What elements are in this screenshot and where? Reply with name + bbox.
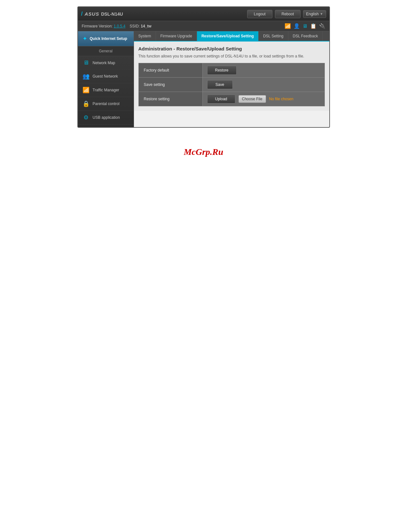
settings-table: Factory default Restore Save setting Sav… <box>138 63 325 106</box>
tab-firmware-upgrade[interactable]: Firmware Upgrade <box>156 31 197 41</box>
logo-slash: / <box>81 11 83 17</box>
usb-application-icon: ⚙ <box>82 114 90 121</box>
factory-default-row: Factory default Restore <box>139 63 325 78</box>
guest-network-icon: 👥 <box>82 73 90 80</box>
save-setting-action: Save <box>203 78 325 92</box>
restore-setting-row: Restore setting Upload Choose File No fi… <box>139 92 325 106</box>
logo-brand: ASUS <box>85 11 99 17</box>
chevron-down-icon: ▼ <box>320 12 323 16</box>
reboot-button[interactable]: Reboot <box>275 10 301 18</box>
sidebar-item-label-network-map: Network Map <box>93 61 115 65</box>
logout-button[interactable]: Logout <box>247 10 272 18</box>
top-bar: / ASUS DSL-N14U Logout Reboot English ▼ <box>78 7 329 21</box>
sidebar-section-general: General <box>78 46 134 56</box>
sidebar-item-guest-network[interactable]: 👥 Guest Network <box>78 70 134 83</box>
no-file-chosen-text: No file chosen <box>269 97 294 101</box>
page-description: This function allows you to save current… <box>138 54 325 58</box>
sidebar-item-label-guest-network: Guest Network <box>93 74 118 79</box>
firmware-version-link[interactable]: 1.0.5.4 <box>114 24 126 28</box>
factory-default-label: Factory default <box>139 63 203 77</box>
logo-area: / ASUS DSL-N14U <box>81 11 247 17</box>
sidebar-item-network-map[interactable]: 🖥 Network Map <box>78 56 134 70</box>
language-label: English <box>306 12 318 16</box>
wifi-icon: 📶 <box>285 23 291 29</box>
ssid-label: SSID: <box>130 24 140 28</box>
sidebar: ✦ Quick Internet Setup General 🖥 Network… <box>78 31 134 127</box>
copy-icon: 📋 <box>310 23 317 29</box>
restore-button[interactable]: Restore <box>207 66 237 75</box>
sidebar-item-label-usb-application: USB application <box>93 115 120 120</box>
restore-setting-action: Upload Choose File No file chosen <box>203 92 325 106</box>
restore-setting-label: Restore setting <box>139 92 203 106</box>
tabs: System Firmware Upgrade Restore/Save/Upl… <box>134 31 329 42</box>
page-title: Administration - Restore/Save/Upload Set… <box>138 46 325 51</box>
sidebar-item-traffic-manager[interactable]: 📶 Traffic Manager <box>78 83 134 97</box>
network-map-icon: 🖥 <box>82 59 90 66</box>
router-ui: / ASUS DSL-N14U Logout Reboot English ▼ … <box>77 6 330 128</box>
sidebar-item-label-traffic-manager: Traffic Manager <box>93 88 119 92</box>
quick-setup-icon: ✦ <box>82 35 87 42</box>
firmware-version-label: Firmware Version: <box>82 24 113 28</box>
choose-file-button[interactable]: Choose File <box>239 95 266 103</box>
save-setting-row: Save setting Save <box>139 78 325 92</box>
status-icons: 📶 👤 🖥 📋 🔌 <box>285 23 325 29</box>
ssid-value: 14_tw <box>141 24 151 28</box>
sidebar-item-label-parental-control: Parental control <box>93 102 120 106</box>
language-selector[interactable]: English ▼ <box>303 10 326 18</box>
parental-control-icon: 🔒 <box>82 100 90 107</box>
monitor-icon: 🖥 <box>302 23 308 29</box>
quick-internet-setup[interactable]: ✦ Quick Internet Setup <box>78 31 134 46</box>
tab-dsl-feedback[interactable]: DSL Feedback <box>288 31 323 41</box>
content-area: System Firmware Upgrade Restore/Save/Upl… <box>134 31 329 127</box>
usb-icon: 🔌 <box>319 23 325 29</box>
factory-default-action: Restore <box>203 63 325 77</box>
sidebar-item-parental-control[interactable]: 🔒 Parental control <box>78 97 134 111</box>
status-bar: Firmware Version: 1.0.5.4 SSID: 14_tw 📶 … <box>78 21 329 31</box>
watermark: McGrp.Ru <box>184 128 223 170</box>
save-setting-label: Save setting <box>139 78 203 92</box>
traffic-manager-icon: 📶 <box>82 87 90 94</box>
tab-dsl-setting[interactable]: DSL Setting <box>259 31 288 41</box>
model-name: DSL-N14U <box>101 11 123 17</box>
main-layout: ✦ Quick Internet Setup General 🖥 Network… <box>78 31 329 127</box>
user-icon: 👤 <box>294 23 300 29</box>
firmware-info: Firmware Version: 1.0.5.4 SSID: 14_tw <box>82 24 152 28</box>
page-content: Administration - Restore/Save/Upload Set… <box>134 42 329 111</box>
top-bar-buttons: Logout Reboot English ▼ <box>247 10 326 18</box>
sidebar-item-usb-application[interactable]: ⚙ USB application <box>78 111 134 125</box>
upload-button[interactable]: Upload <box>207 95 235 103</box>
tab-restore-save[interactable]: Restore/Save/Upload Setting <box>197 31 259 41</box>
save-button[interactable]: Save <box>207 80 233 89</box>
quick-setup-label: Quick Internet Setup <box>90 36 127 41</box>
tab-system[interactable]: System <box>134 31 156 41</box>
